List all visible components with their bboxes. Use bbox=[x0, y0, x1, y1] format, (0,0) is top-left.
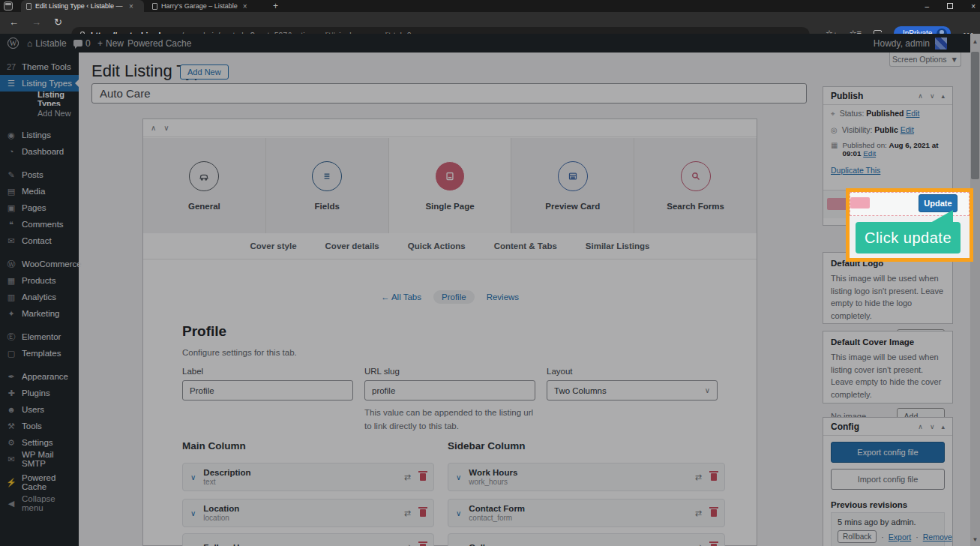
config-panel-header[interactable]: Config ∧∨▴ bbox=[823, 418, 952, 436]
sidebar-item[interactable]: ▣ Pages bbox=[0, 200, 79, 216]
sidebar-item[interactable]: 27 Theme Tools bbox=[0, 58, 79, 75]
new-content-menu[interactable]: + New bbox=[97, 34, 124, 52]
sidebar-item[interactable]: Ⓦ WooCommerce bbox=[0, 256, 79, 272]
export-revision-link[interactable]: Export bbox=[889, 532, 911, 542]
window-close-button[interactable]: × bbox=[971, 2, 976, 10]
tab-fields[interactable]: Fields bbox=[266, 138, 389, 233]
chevron-down-icon[interactable]: ∨ bbox=[456, 473, 461, 482]
sidebar-item[interactable]: ✎ Posts bbox=[0, 166, 79, 183]
sidebar-item[interactable]: ✒ Appearance bbox=[0, 368, 79, 385]
move-icon[interactable]: ⇄ bbox=[404, 472, 411, 482]
field-row-work-hours[interactable]: ∨ Work Hourswork_hours ⇄ bbox=[448, 463, 725, 491]
page-scrollbar[interactable]: ▲ ▼ bbox=[970, 34, 980, 546]
field-row-follow-us[interactable]: ∨ Follow Us ⇄ bbox=[182, 533, 434, 546]
sidebar-item[interactable]: ⚙ Settings bbox=[0, 434, 79, 451]
subtab[interactable]: Similar Listings bbox=[586, 242, 650, 250]
tab-profile-link[interactable]: Profile bbox=[433, 290, 475, 304]
toggle-icon[interactable]: ▴ bbox=[941, 92, 945, 100]
tab-close-icon[interactable]: × bbox=[243, 2, 247, 10]
scroll-down-icon[interactable]: ▼ bbox=[970, 536, 980, 543]
label-input[interactable]: Profile bbox=[182, 380, 353, 400]
publish-panel-header[interactable]: Publish ∧∨▴ bbox=[823, 87, 952, 105]
import-config-button[interactable]: Import config file bbox=[831, 469, 945, 490]
chevron-down-icon[interactable]: ∨ bbox=[190, 509, 196, 518]
sidebar-item[interactable]: ◔ Dashboard bbox=[0, 143, 79, 160]
trash-icon[interactable] bbox=[711, 509, 717, 517]
sidebar-item[interactable]: ❝ Comments bbox=[0, 216, 79, 232]
account-menu[interactable]: Howdy, admin bbox=[874, 34, 947, 52]
wp-logo-menu[interactable]: W bbox=[7, 34, 19, 52]
move-up-icon[interactable]: ∧ bbox=[151, 124, 156, 132]
chevron-down-icon[interactable]: ∨ bbox=[456, 544, 461, 546]
layout-select[interactable]: Two Columns ∨ bbox=[547, 380, 718, 400]
tab-search-forms[interactable]: Search Forms bbox=[634, 138, 757, 233]
remove-revision-link[interactable]: Remove bbox=[923, 532, 952, 542]
browser-tab-active[interactable]: Edit Listing Type ‹ Listable — W… × bbox=[21, 0, 144, 12]
url-slug-input[interactable]: profile bbox=[364, 380, 535, 400]
move-up-icon[interactable]: ∧ bbox=[918, 92, 923, 100]
new-tab-button[interactable]: + bbox=[273, 1, 278, 11]
sidebar-item[interactable]: ◀ Collapse menu bbox=[0, 495, 79, 512]
tab-close-icon[interactable]: × bbox=[129, 2, 133, 10]
sidebar-item[interactable]: ✦ Marketing bbox=[0, 305, 79, 322]
field-row-location[interactable]: ∨ Locationlocation ⇄ bbox=[182, 499, 434, 527]
sidebar-item[interactable]: ✉ WP Mail SMTP bbox=[0, 451, 79, 467]
back-icon[interactable]: ← bbox=[9, 16, 19, 28]
sidebar-item[interactable]: ⚒ Tools bbox=[0, 418, 79, 434]
add-new-button[interactable]: Add New bbox=[180, 64, 229, 80]
subtab[interactable]: Cover details bbox=[325, 242, 379, 250]
tab-preview-card[interactable]: Preview Card bbox=[511, 138, 634, 233]
update-button[interactable]: Update bbox=[919, 194, 958, 212]
trash-icon[interactable] bbox=[420, 509, 426, 517]
sidebar-item[interactable]: ▢ Templates bbox=[0, 345, 79, 362]
tab-single-page[interactable]: Single Page bbox=[389, 138, 512, 233]
move-icon[interactable]: ⇄ bbox=[695, 472, 702, 482]
powered-cache-menu[interactable]: Powered Cache bbox=[127, 34, 191, 52]
sidebar-item[interactable]: ▦ Products bbox=[0, 272, 79, 289]
move-icon[interactable]: ⇄ bbox=[695, 543, 702, 546]
scrollbar-thumb[interactable] bbox=[971, 52, 979, 179]
subtab[interactable]: Content & Tabs bbox=[494, 242, 557, 250]
window-maximize-button[interactable] bbox=[947, 3, 953, 9]
trash-icon[interactable] bbox=[711, 473, 717, 481]
edit-status-link[interactable]: Edit bbox=[906, 109, 919, 118]
subtab[interactable]: Cover style bbox=[250, 242, 297, 250]
field-row-contact-form[interactable]: ∨ Contact Formcontact_form ⇄ bbox=[448, 499, 725, 527]
sidebar-item[interactable]: ▥ Analytics bbox=[0, 289, 79, 305]
sidebar-item[interactable]: ◉ Listings bbox=[0, 127, 79, 143]
chevron-down-icon[interactable]: ∨ bbox=[190, 544, 196, 546]
move-down-icon[interactable]: ∨ bbox=[930, 92, 935, 100]
duplicate-this-link[interactable]: Duplicate This bbox=[831, 166, 880, 175]
move-icon[interactable]: ⇄ bbox=[404, 543, 411, 546]
move-icon[interactable]: ⇄ bbox=[404, 508, 411, 518]
sidebar-item[interactable]: ✚ Plugins bbox=[0, 385, 79, 401]
all-tabs-link[interactable]: ← All Tabs bbox=[381, 292, 421, 302]
move-icon[interactable]: ⇄ bbox=[695, 508, 702, 518]
sidebar-item[interactable]: Listing Types bbox=[0, 92, 79, 106]
sidebar-item[interactable]: ▤ Media bbox=[0, 183, 79, 200]
sidebar-item[interactable]: ☻ Users bbox=[0, 401, 79, 418]
tab-actions-icon[interactable] bbox=[4, 2, 13, 10]
rollback-button[interactable]: Rollback bbox=[838, 530, 877, 543]
chevron-down-icon[interactable]: ∨ bbox=[190, 473, 196, 482]
edit-visibility-link[interactable]: Edit bbox=[901, 125, 914, 134]
comments-menu[interactable]: 0 bbox=[73, 34, 91, 52]
post-title-input[interactable]: Auto Care bbox=[91, 83, 807, 104]
sidebar-item[interactable]: ✉ Contact bbox=[0, 232, 79, 249]
subtab[interactable]: Quick Actions bbox=[408, 242, 466, 250]
trash-icon[interactable] bbox=[420, 473, 426, 481]
window-minimize-button[interactable]: – bbox=[925, 2, 930, 10]
refresh-icon[interactable]: ↻ bbox=[54, 16, 62, 28]
scroll-up-icon[interactable]: ▲ bbox=[970, 38, 980, 45]
edit-date-link[interactable]: Edit bbox=[863, 149, 876, 158]
sidebar-item[interactable]: Ⓔ Elementor bbox=[0, 328, 79, 345]
site-link[interactable]: ⌂ Listable bbox=[27, 34, 67, 52]
field-row-gallery[interactable]: ∨ Gallery ⇄ bbox=[448, 533, 725, 546]
move-down-icon[interactable]: ∨ bbox=[163, 124, 169, 132]
sidebar-item[interactable]: ⚡ Powered Cache bbox=[0, 474, 79, 490]
move-up-icon[interactable]: ∧ bbox=[918, 423, 923, 430]
move-down-icon[interactable]: ∨ bbox=[930, 423, 935, 430]
tab-reviews-link[interactable]: Reviews bbox=[487, 292, 519, 302]
toggle-icon[interactable]: ▴ bbox=[941, 423, 945, 430]
chevron-down-icon[interactable]: ∨ bbox=[456, 509, 461, 518]
